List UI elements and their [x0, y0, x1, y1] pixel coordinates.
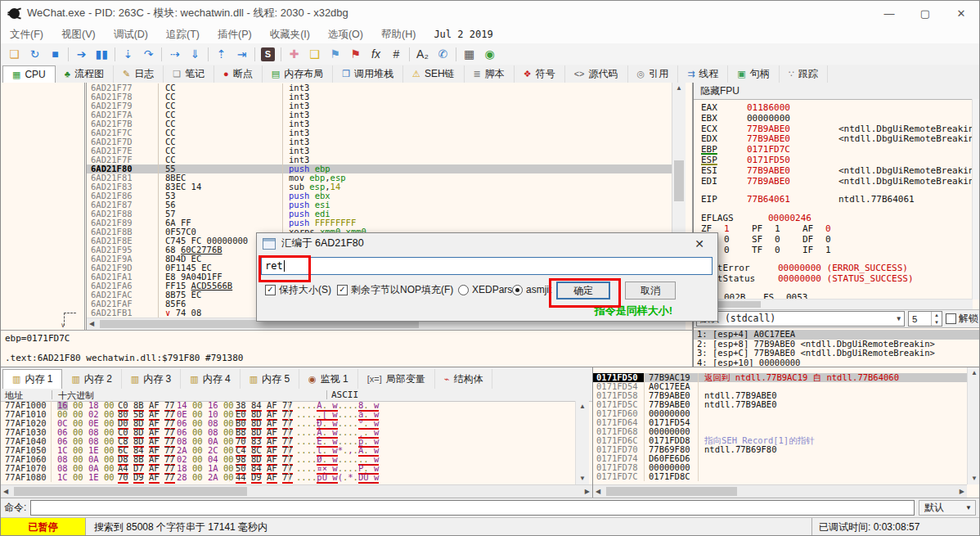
xedparse-radio[interactable]: XEDParse	[458, 282, 518, 298]
toolbar-font-button[interactable]: A₂	[412, 45, 433, 63]
menu-item-0[interactable]: 文件(F)	[1, 28, 52, 42]
scroll-thumb[interactable]	[606, 487, 737, 496]
memory-vscrollbar[interactable]: ▲ ▼	[575, 401, 589, 484]
toolbar-modules-button[interactable]: ✆	[433, 45, 453, 63]
spin-down-icon[interactable]: ▼	[934, 320, 939, 325]
tab-cpu[interactable]: ▦CPU	[2, 65, 56, 83]
toolbar-stop-button[interactable]: ■	[45, 45, 65, 63]
scroll-right-icon[interactable]: ▶	[960, 489, 964, 495]
toolbar-hash-button[interactable]: #	[386, 45, 407, 63]
maximize-button[interactable]: ▢	[907, 1, 943, 25]
spin-up-icon[interactable]: ▲	[934, 313, 939, 318]
register-line[interactable]: EDI77B9ABE0<ntdll.DbgUiRemoteBreakin>	[701, 177, 973, 187]
tab-memory-3[interactable]: ▥内存 3	[122, 369, 181, 389]
tab-source[interactable]: <>源代码	[565, 65, 628, 83]
tab-handles[interactable]: ▣句柄	[728, 65, 779, 83]
menu-item-5[interactable]: 收藏夹(I)	[261, 28, 319, 42]
close-button[interactable]: ✕	[943, 1, 979, 25]
minimize-button[interactable]: —	[871, 1, 907, 25]
tab-watch-1[interactable]: ◉监视 1	[299, 369, 358, 389]
menu-item-7[interactable]: 帮助(H)	[372, 28, 425, 42]
keep-size-checkbox[interactable]: ✓ 保持大小(S)	[265, 282, 331, 298]
calling-convention-select[interactable]: 默认 (stdcall) ▼	[696, 311, 905, 327]
ok-button[interactable]: 确定	[556, 282, 610, 300]
menu-item-2[interactable]: 调试(D)	[105, 28, 157, 42]
tab-threads[interactable]: ⇉线程	[678, 65, 728, 83]
tab-graph[interactable]: ♣流程图	[56, 65, 114, 83]
toolbar-step-into-button[interactable]: ⇣	[118, 45, 138, 63]
tab-call-stack[interactable]: ❒调用堆栈	[333, 65, 403, 83]
menu-item-6[interactable]: 选项(O)	[319, 28, 372, 42]
register-line[interactable]: OF0SF0DF0	[701, 235, 973, 245]
toolbar-open-file-button[interactable]: ❏	[4, 45, 25, 63]
hide-fpu-button[interactable]: 隐藏FPU	[694, 83, 980, 100]
cancel-button[interactable]: 取消	[625, 282, 676, 300]
toolbar-label-button[interactable]: ⚑	[325, 45, 345, 63]
toolbar-function-button[interactable]: fx	[366, 45, 386, 63]
toolbar-run-to-user-code-button[interactable]: ⇥	[232, 45, 252, 63]
register-line[interactable]: LastStatus00000000 (STATUS_SUCCESS)	[701, 274, 973, 285]
scroll-down-icon[interactable]: ▼	[579, 475, 586, 482]
menu-item-8[interactable]: Jul 2 2019	[425, 29, 501, 40]
toolbar-run-button[interactable]: ➔	[71, 45, 92, 63]
memory-row[interactable]: 77AF10801C 00 1E 0070 D9 AF 7728 00 2A 0…	[1, 473, 574, 482]
command-profile-select[interactable]: 默认 ▼	[919, 500, 976, 516]
tab-memory-map[interactable]: ▤内存布局	[263, 65, 333, 83]
scroll-left-icon[interactable]: ◀	[3, 489, 8, 495]
tab-references[interactable]: ◎引用	[628, 65, 679, 83]
fill-nop-checkbox[interactable]: ✓ 剩余字节以NOP填充(F)	[337, 282, 453, 298]
argument-row[interactable]: 3: [esp+C] 77B9ABE0 <ntdll.DbgUiRemoteBr…	[694, 349, 980, 358]
register-line[interactable]: ZF1PF1AF0	[701, 224, 973, 235]
toolbar-pause-button[interactable]: ▮▮	[92, 45, 112, 63]
tab-script[interactable]: ≣脚本	[465, 65, 515, 83]
toolbar-execute-till-return-button[interactable]: ⇓	[185, 45, 205, 63]
instruction-input[interactable]: ret	[261, 257, 713, 275]
argument-row[interactable]: 1: [esp+4] A0C17EEA	[694, 330, 980, 340]
tab-memory-4[interactable]: ▥内存 4	[181, 369, 240, 389]
register-line[interactable]: EIP77B64061ntdll.77B64061	[701, 195, 973, 205]
toolbar-run-to-selection-button[interactable]: ⇢	[164, 45, 185, 63]
tab-trace[interactable]: ∵跟踪	[780, 65, 828, 83]
stack-vscrollbar[interactable]: ▲ ▼	[967, 367, 980, 484]
scroll-thumb[interactable]	[674, 160, 684, 201]
scroll-left-icon[interactable]: ◀	[596, 489, 600, 495]
registers-hscrollbar[interactable]	[694, 299, 973, 309]
register-line[interactable]: CF0TF0IF1	[701, 245, 973, 256]
tab-memory-5[interactable]: ▥内存 5	[241, 369, 299, 389]
tab-memory-1[interactable]: ▥内存 1	[2, 369, 62, 390]
menu-item-4[interactable]: 插件(P)	[209, 28, 261, 42]
menu-item-3[interactable]: 追踪(T)	[157, 28, 209, 42]
asmjit-radio[interactable]: asmjit	[512, 282, 551, 298]
scroll-thumb[interactable]	[14, 487, 247, 496]
dialog-close-icon[interactable]: ✕	[687, 237, 712, 250]
toolbar-bookmark-button[interactable]: ⚑	[345, 45, 366, 63]
tab-symbols[interactable]: ❖符号	[515, 65, 565, 83]
toolbar-patch-button[interactable]: ✚	[284, 45, 304, 63]
memory-hscrollbar[interactable]: ◀ ▶	[1, 484, 592, 498]
toolbar-step-over-button[interactable]: ↷	[138, 45, 159, 63]
tab-struct[interactable]: ⌁结构体	[435, 369, 493, 389]
tab-seh-chain[interactable]: ⚠SEH链	[403, 65, 465, 83]
dialog-title-bar[interactable]: 汇编于 6AD21F80 ✕	[257, 233, 717, 254]
tab-locals[interactable]: [x=]局部变量	[358, 369, 435, 389]
register-line[interactable]: EBP0171FD7C	[701, 145, 973, 155]
register-line[interactable]: EAX01186000	[701, 103, 973, 114]
scroll-up-icon[interactable]: ▲	[579, 403, 586, 410]
registers-vscrollbar[interactable]	[972, 99, 980, 300]
toolbar-step-out-button[interactable]: ⇡	[211, 45, 232, 63]
tab-log[interactable]: ✎日志	[114, 65, 164, 83]
scroll-right-icon[interactable]: ▶	[585, 489, 590, 495]
toolbar-strings-button[interactable]: S	[258, 45, 278, 63]
argument-count-stepper[interactable]: 5 ▲▼	[908, 311, 942, 327]
scroll-up-icon[interactable]: ▲	[676, 85, 682, 92]
tab-notes[interactable]: ❏笔记	[164, 65, 214, 83]
register-line[interactable]: EFLAGS00000246	[701, 214, 973, 224]
unlock-checkbox[interactable]: 解锁	[946, 312, 978, 326]
tab-memory-2[interactable]: ▥内存 2	[62, 369, 121, 389]
command-input[interactable]	[30, 500, 915, 516]
register-line[interactable]: EDX77B9ABE0<ntdll.DbgUiRemoteBreakin>	[701, 134, 973, 145]
scroll-down-icon[interactable]: ▼	[971, 475, 978, 482]
scroll-left-icon[interactable]: ◀	[89, 321, 94, 327]
stack-hscrollbar[interactable]: ◀ ▶	[593, 484, 967, 498]
toolbar-calculator-button[interactable]: ▦	[459, 45, 479, 63]
